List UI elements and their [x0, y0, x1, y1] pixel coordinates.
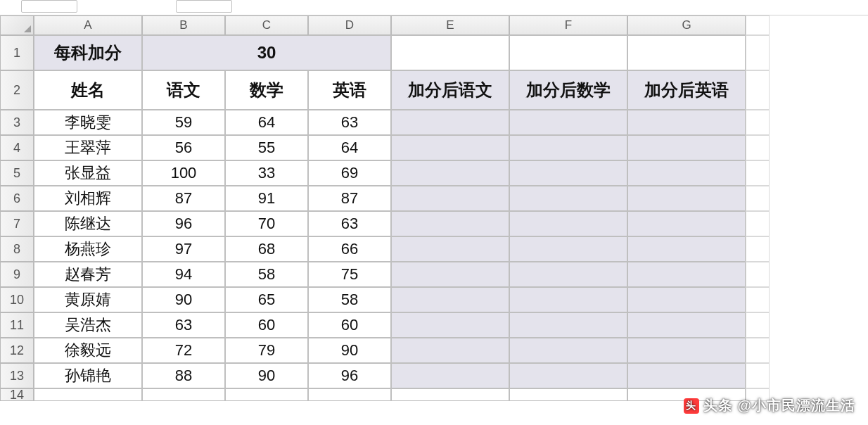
cell-G5[interactable] [627, 160, 746, 186]
cell-E7[interactable] [391, 211, 509, 236]
cell-A5[interactable]: 张显益 [34, 160, 142, 186]
cell-F14[interactable] [509, 388, 627, 401]
col-header-G[interactable]: G [627, 15, 746, 35]
cell-F4[interactable] [509, 135, 627, 160]
cell-D4[interactable]: 64 [308, 135, 391, 160]
cell-extra-7[interactable] [746, 211, 770, 236]
row-header-5[interactable]: 5 [0, 160, 34, 186]
cell-F7[interactable] [509, 211, 627, 236]
col-header-B[interactable]: B [142, 15, 225, 35]
row-header-4[interactable]: 4 [0, 135, 34, 160]
name-box[interactable] [21, 0, 77, 13]
cell-G4[interactable] [627, 135, 746, 160]
cell-G12[interactable] [627, 338, 746, 363]
cell-A2[interactable]: 姓名 [34, 70, 142, 110]
col-header-C[interactable]: C [225, 15, 308, 35]
cell-B8[interactable]: 97 [142, 236, 225, 262]
cell-G13[interactable] [627, 363, 746, 388]
cell-A9[interactable]: 赵春芳 [34, 262, 142, 287]
cell-B7[interactable]: 96 [142, 211, 225, 236]
cell-E5[interactable] [391, 160, 509, 186]
cell-G9[interactable] [627, 262, 746, 287]
cell-G10[interactable] [627, 287, 746, 312]
cell-G1[interactable] [627, 35, 746, 70]
cell-A6[interactable]: 刘相辉 [34, 186, 142, 211]
col-header-E[interactable]: E [391, 15, 509, 35]
cell-D14[interactable] [308, 388, 391, 401]
cell-E1[interactable] [391, 35, 509, 70]
cell-B10[interactable]: 90 [142, 287, 225, 312]
row-header-13[interactable]: 13 [0, 363, 34, 388]
col-header-extra[interactable] [746, 15, 770, 35]
row-header-12[interactable]: 12 [0, 338, 34, 363]
cell-C5[interactable]: 33 [225, 160, 308, 186]
cell-D13[interactable]: 96 [308, 363, 391, 388]
cell-F1[interactable] [509, 35, 627, 70]
cell-F10[interactable] [509, 287, 627, 312]
cell-extra-9[interactable] [746, 262, 770, 287]
cell-G3[interactable] [627, 110, 746, 135]
cell-C7[interactable]: 70 [225, 211, 308, 236]
cell-G2[interactable]: 加分后英语 [627, 70, 746, 110]
cell-F3[interactable] [509, 110, 627, 135]
cell-B11[interactable]: 63 [142, 312, 225, 338]
cell-E2[interactable]: 加分后语文 [391, 70, 509, 110]
cell-B3[interactable]: 59 [142, 110, 225, 135]
cell-F2[interactable]: 加分后数学 [509, 70, 627, 110]
cell-E13[interactable] [391, 363, 509, 388]
cell-extra-1[interactable] [746, 35, 770, 70]
cell-B9[interactable]: 94 [142, 262, 225, 287]
cell-extra-4[interactable] [746, 135, 770, 160]
spreadsheet-grid[interactable]: A B C D E F G 1 每科加分 30 2 姓名 语文 数学 英语 加分… [0, 15, 868, 401]
cell-C12[interactable]: 79 [225, 338, 308, 363]
cell-extra-6[interactable] [746, 186, 770, 211]
cell-C6[interactable]: 91 [225, 186, 308, 211]
cell-E12[interactable] [391, 338, 509, 363]
cell-G6[interactable] [627, 186, 746, 211]
cell-extra-5[interactable] [746, 160, 770, 186]
cell-E4[interactable] [391, 135, 509, 160]
cell-extra-3[interactable] [746, 110, 770, 135]
cell-B2[interactable]: 语文 [142, 70, 225, 110]
cell-D10[interactable]: 58 [308, 287, 391, 312]
cell-extra-8[interactable] [746, 236, 770, 262]
cell-E3[interactable] [391, 110, 509, 135]
cell-A14[interactable] [34, 388, 142, 401]
cell-E6[interactable] [391, 186, 509, 211]
row-header-11[interactable]: 11 [0, 312, 34, 338]
cell-C8[interactable]: 68 [225, 236, 308, 262]
cell-F6[interactable] [509, 186, 627, 211]
cell-D2[interactable]: 英语 [308, 70, 391, 110]
cell-B4[interactable]: 56 [142, 135, 225, 160]
row-header-14[interactable]: 14 [0, 388, 34, 401]
cell-A7[interactable]: 陈继达 [34, 211, 142, 236]
cell-C3[interactable]: 64 [225, 110, 308, 135]
cell-E8[interactable] [391, 236, 509, 262]
cell-C13[interactable]: 90 [225, 363, 308, 388]
cell-A8[interactable]: 杨燕珍 [34, 236, 142, 262]
formula-box[interactable] [176, 0, 232, 13]
cell-D12[interactable]: 90 [308, 338, 391, 363]
cell-C10[interactable]: 65 [225, 287, 308, 312]
cell-F8[interactable] [509, 236, 627, 262]
row-header-2[interactable]: 2 [0, 70, 34, 110]
cell-A11[interactable]: 吴浩杰 [34, 312, 142, 338]
cell-D8[interactable]: 66 [308, 236, 391, 262]
cell-F12[interactable] [509, 338, 627, 363]
cell-E10[interactable] [391, 287, 509, 312]
cell-extra-2[interactable] [746, 70, 770, 110]
row-header-10[interactable]: 10 [0, 287, 34, 312]
cell-B14[interactable] [142, 388, 225, 401]
cell-C2[interactable]: 数学 [225, 70, 308, 110]
cell-A13[interactable]: 孙锦艳 [34, 363, 142, 388]
cell-C14[interactable] [225, 388, 308, 401]
cell-G11[interactable] [627, 312, 746, 338]
cell-A10[interactable]: 黄原婧 [34, 287, 142, 312]
row-header-3[interactable]: 3 [0, 110, 34, 135]
cell-F9[interactable] [509, 262, 627, 287]
cell-D9[interactable]: 75 [308, 262, 391, 287]
row-header-8[interactable]: 8 [0, 236, 34, 262]
cell-D5[interactable]: 69 [308, 160, 391, 186]
cell-A1[interactable]: 每科加分 [34, 35, 142, 70]
row-header-7[interactable]: 7 [0, 211, 34, 236]
